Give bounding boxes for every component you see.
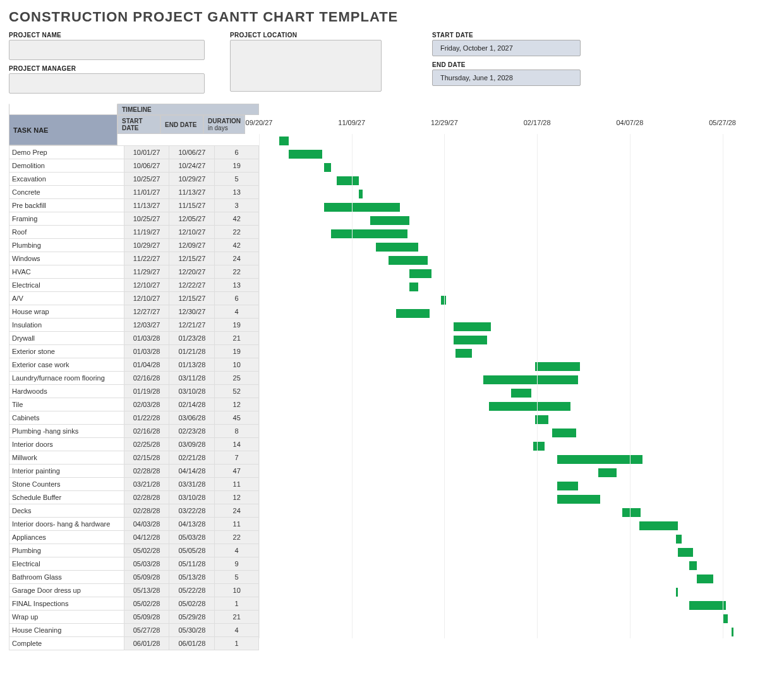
table-row[interactable]: Wrap up05/09/2805/29/2821 bbox=[9, 611, 259, 624]
task-name-cell[interactable]: Plumbing -hang sinks bbox=[9, 425, 124, 438]
task-name-cell[interactable]: Decks bbox=[9, 504, 124, 518]
gantt-bar[interactable] bbox=[689, 561, 697, 570]
task-name-cell[interactable]: Complete bbox=[9, 637, 124, 650]
start-date-cell[interactable]: 10/01/27 bbox=[124, 146, 169, 159]
duration-cell[interactable]: 22 bbox=[215, 531, 259, 544]
end-date-cell[interactable]: 05/22/28 bbox=[169, 584, 215, 597]
task-name-cell[interactable]: Excavation bbox=[9, 173, 124, 186]
start-date-cell[interactable]: 12/10/27 bbox=[124, 292, 169, 305]
table-row[interactable]: Laundry/furnace room flooring02/16/2803/… bbox=[9, 372, 259, 385]
start-date-cell[interactable]: 02/16/28 bbox=[124, 372, 169, 385]
start-date-cell[interactable]: 01/19/28 bbox=[124, 385, 169, 398]
duration-cell[interactable]: 8 bbox=[215, 425, 259, 438]
gantt-bar[interactable] bbox=[697, 575, 713, 583]
gantt-bar[interactable] bbox=[324, 163, 332, 172]
task-name-cell[interactable]: Plumbing bbox=[9, 544, 124, 557]
duration-cell[interactable]: 12 bbox=[215, 491, 259, 504]
task-name-cell[interactable]: Demolition bbox=[9, 159, 124, 173]
end-date-cell[interactable]: 12/10/27 bbox=[169, 226, 215, 239]
end-date-cell[interactable]: 02/21/28 bbox=[169, 451, 215, 465]
gantt-bar[interactable] bbox=[337, 176, 359, 185]
task-name-cell[interactable]: A/V bbox=[9, 292, 124, 305]
gantt-bar[interactable] bbox=[489, 402, 570, 411]
gantt-bar[interactable] bbox=[552, 429, 576, 437]
start-date-cell[interactable]: 12/27/27 bbox=[124, 305, 169, 319]
start-date-cell[interactable]: 02/28/28 bbox=[124, 465, 169, 478]
duration-cell[interactable]: 1 bbox=[215, 637, 259, 650]
gantt-bar[interactable] bbox=[732, 628, 733, 636]
gantt-bar[interactable] bbox=[455, 349, 472, 358]
gantt-bar[interactable] bbox=[598, 468, 617, 477]
end-date-cell[interactable]: 04/13/28 bbox=[169, 518, 215, 531]
duration-cell[interactable]: 6 bbox=[215, 146, 259, 159]
end-date-cell[interactable]: 12/20/27 bbox=[169, 265, 215, 279]
start-date-cell[interactable]: 05/03/28 bbox=[124, 557, 169, 571]
start-date-cell[interactable]: 11/19/27 bbox=[124, 226, 169, 239]
start-date-cell[interactable]: 12/03/27 bbox=[124, 319, 169, 332]
end-date-cell[interactable]: 12/15/27 bbox=[169, 292, 215, 305]
end-date-cell[interactable]: 11/13/27 bbox=[169, 186, 215, 199]
duration-cell[interactable]: 9 bbox=[215, 557, 259, 571]
gantt-bar[interactable] bbox=[689, 601, 727, 610]
task-name-cell[interactable]: House wrap bbox=[9, 305, 124, 319]
table-row[interactable]: Demo Prep10/01/2710/06/276 bbox=[9, 146, 259, 159]
end-date-cell[interactable]: 05/29/28 bbox=[169, 611, 215, 624]
start-date-cell[interactable]: 05/09/28 bbox=[124, 611, 169, 624]
end-date-cell[interactable]: 12/30/27 bbox=[169, 305, 215, 319]
table-row[interactable]: Interior painting02/28/2804/14/2847 bbox=[9, 465, 259, 478]
table-row[interactable]: HVAC11/29/2712/20/2722 bbox=[9, 265, 259, 279]
duration-cell[interactable]: 10 bbox=[215, 358, 259, 372]
start-date-cell[interactable]: 10/25/27 bbox=[124, 212, 169, 226]
task-name-cell[interactable]: Windows bbox=[9, 252, 124, 265]
duration-cell[interactable]: 4 bbox=[215, 305, 259, 319]
table-row[interactable]: Stone Counters03/21/2803/31/2811 bbox=[9, 478, 259, 491]
task-name-cell[interactable]: Wrap up bbox=[9, 611, 124, 624]
gantt-bar[interactable] bbox=[370, 216, 409, 225]
start-date-cell[interactable]: 04/12/28 bbox=[124, 531, 169, 544]
duration-cell[interactable]: 19 bbox=[215, 345, 259, 358]
start-date-cell[interactable]: 05/02/28 bbox=[124, 544, 169, 557]
task-name-cell[interactable]: Hardwoods bbox=[9, 385, 124, 398]
end-date-cell[interactable]: 05/03/28 bbox=[169, 531, 215, 544]
gantt-bar[interactable] bbox=[396, 309, 430, 318]
duration-cell[interactable]: 4 bbox=[215, 624, 259, 637]
start-date-cell[interactable]: 05/13/28 bbox=[124, 584, 169, 597]
start-date-cell[interactable]: 02/15/28 bbox=[124, 451, 169, 465]
table-row[interactable]: Exterior case work01/04/2801/13/2810 bbox=[9, 358, 259, 372]
duration-cell[interactable]: 19 bbox=[215, 319, 259, 332]
table-row[interactable]: Electrical05/03/2805/11/289 bbox=[9, 557, 259, 571]
table-row[interactable]: Tile02/03/2802/14/2812 bbox=[9, 398, 259, 411]
gantt-bar[interactable] bbox=[409, 283, 419, 291]
gantt-bar[interactable] bbox=[376, 243, 418, 252]
duration-cell[interactable]: 6 bbox=[215, 292, 259, 305]
end-date-cell[interactable]: 03/10/28 bbox=[169, 491, 215, 504]
task-name-cell[interactable]: Pre backfill bbox=[9, 199, 124, 212]
table-row[interactable]: Plumbing -hang sinks02/16/2802/23/288 bbox=[9, 425, 259, 438]
duration-cell[interactable]: 42 bbox=[215, 239, 259, 252]
gantt-bar[interactable] bbox=[409, 269, 431, 278]
gantt-bar[interactable] bbox=[389, 256, 428, 265]
table-row[interactable]: Plumbing10/29/2712/09/2742 bbox=[9, 239, 259, 252]
end-date-cell[interactable]: 01/23/28 bbox=[169, 332, 215, 345]
task-name-cell[interactable]: House Cleaning bbox=[9, 624, 124, 637]
end-date-cell[interactable]: 05/05/28 bbox=[169, 544, 215, 557]
gantt-bar[interactable] bbox=[676, 588, 678, 597]
duration-cell[interactable]: 13 bbox=[215, 186, 259, 199]
table-row[interactable]: House wrap12/27/2712/30/274 bbox=[9, 305, 259, 319]
task-name-cell[interactable]: Concrete bbox=[9, 186, 124, 199]
start-date-cell[interactable]: 11/29/27 bbox=[124, 265, 169, 279]
duration-cell[interactable]: 7 bbox=[215, 451, 259, 465]
start-date-cell[interactable]: 05/02/28 bbox=[124, 597, 169, 611]
task-name-cell[interactable]: Electrical bbox=[9, 279, 124, 292]
task-name-cell[interactable]: Laundry/furnace room flooring bbox=[9, 372, 124, 385]
end-date-cell[interactable]: 05/11/28 bbox=[169, 557, 215, 571]
start-date-cell[interactable]: 02/28/28 bbox=[124, 491, 169, 504]
duration-cell[interactable]: 42 bbox=[215, 212, 259, 226]
gantt-bar[interactable] bbox=[557, 482, 577, 490]
task-name-cell[interactable]: FINAL Inspections bbox=[9, 597, 124, 611]
table-row[interactable]: Bathroom Glass05/09/2805/13/285 bbox=[9, 571, 259, 584]
start-date-cell[interactable]: 01/03/28 bbox=[124, 345, 169, 358]
gantt-bar[interactable] bbox=[441, 296, 447, 305]
table-row[interactable]: Drywall01/03/2801/23/2821 bbox=[9, 332, 259, 345]
table-row[interactable]: Exterior stone01/03/2801/21/2819 bbox=[9, 345, 259, 358]
